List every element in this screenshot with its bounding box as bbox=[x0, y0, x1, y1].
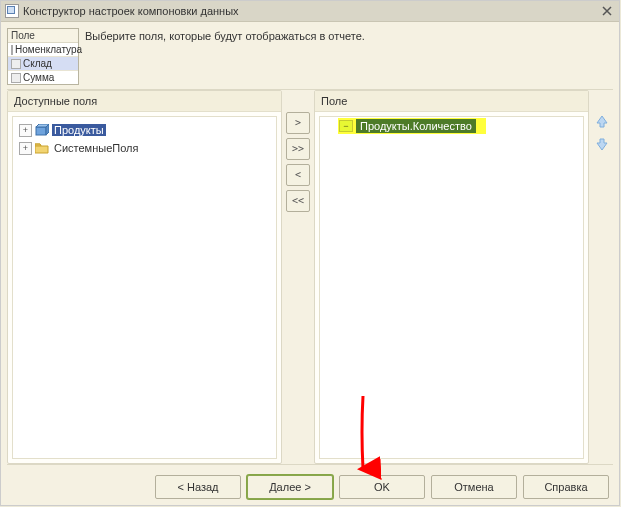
ok-button[interactable]: OK bbox=[339, 475, 425, 499]
arrow-down-icon bbox=[594, 137, 610, 153]
add-all-button-label: >> bbox=[292, 144, 304, 154]
available-fields-header: Доступные поля bbox=[8, 91, 281, 112]
selected-field-label: Продукты.Количество bbox=[356, 119, 476, 133]
dialog-window: Конструктор настроек компоновки данных П… bbox=[0, 0, 620, 506]
available-fields-panel: Доступные поля + Продукты + СистемныеПол… bbox=[7, 90, 282, 464]
transfer-buttons: > >> < << bbox=[284, 90, 312, 464]
row-icon bbox=[11, 45, 13, 55]
remove-all-button[interactable]: << bbox=[286, 190, 310, 212]
instruction-text: Выберите поля, которые будут отображатьс… bbox=[85, 28, 365, 42]
field-grid-row[interactable]: Сумма bbox=[8, 71, 78, 84]
remove-button[interactable]: < bbox=[286, 164, 310, 186]
row-label: Склад bbox=[23, 58, 52, 69]
reorder-buttons bbox=[591, 90, 613, 464]
row-icon bbox=[11, 73, 21, 83]
selected-fields-header: Поле bbox=[315, 91, 588, 112]
cancel-button-label: Отмена bbox=[454, 481, 493, 493]
selected-fields-panel: Поле − Продукты.Количество bbox=[314, 90, 589, 464]
field-type-icon: − bbox=[339, 120, 353, 132]
selected-field-row[interactable]: − Продукты.Количество bbox=[320, 117, 583, 135]
close-icon bbox=[602, 6, 612, 16]
remove-button-label: < bbox=[295, 170, 301, 180]
field-grid[interactable]: Поле Номенклатура Склад Сумма bbox=[7, 28, 79, 85]
tree-node[interactable]: + Продукты bbox=[15, 121, 274, 139]
expand-icon[interactable]: + bbox=[19, 142, 32, 155]
body: Доступные поля + Продукты + СистемныеПол… bbox=[1, 90, 619, 464]
row-label: Номенклатура bbox=[15, 44, 82, 55]
move-up-button[interactable] bbox=[593, 112, 611, 130]
row-label: Сумма bbox=[23, 72, 54, 83]
tree-node-label: СистемныеПоля bbox=[52, 142, 140, 154]
window-title: Конструктор настроек компоновки данных bbox=[23, 5, 599, 17]
add-button[interactable]: > bbox=[286, 112, 310, 134]
ok-button-label: OK bbox=[374, 481, 390, 493]
next-button-label: Далее > bbox=[269, 481, 311, 493]
app-icon bbox=[5, 4, 19, 18]
selected-fields-list[interactable]: − Продукты.Количество bbox=[319, 116, 584, 459]
row-icon bbox=[11, 59, 21, 69]
svg-rect-0 bbox=[36, 127, 46, 135]
arrow-up-icon bbox=[594, 113, 610, 129]
tree-node[interactable]: + СистемныеПоля bbox=[15, 139, 274, 157]
remove-all-button-label: << bbox=[292, 196, 304, 206]
add-button-label: > bbox=[295, 118, 301, 128]
close-button[interactable] bbox=[599, 3, 615, 19]
titlebar: Конструктор настроек компоновки данных bbox=[1, 1, 619, 22]
cube-icon bbox=[35, 124, 49, 136]
back-button-label: < Назад bbox=[178, 481, 219, 493]
tree-node-label: Продукты bbox=[52, 124, 106, 136]
add-all-button[interactable]: >> bbox=[286, 138, 310, 160]
next-button[interactable]: Далее > bbox=[247, 475, 333, 499]
cancel-button[interactable]: Отмена bbox=[431, 475, 517, 499]
help-button-label: Справка bbox=[544, 481, 587, 493]
expand-icon[interactable]: + bbox=[19, 124, 32, 137]
top-row: Поле Номенклатура Склад Сумма Выберите п… bbox=[1, 22, 619, 89]
help-button[interactable]: Справка bbox=[523, 475, 609, 499]
move-down-button[interactable] bbox=[593, 136, 611, 154]
field-grid-row[interactable]: Номенклатура bbox=[8, 43, 78, 57]
folder-icon bbox=[35, 142, 49, 154]
field-grid-header: Поле bbox=[8, 29, 78, 43]
footer: < Назад Далее > OK Отмена Справка bbox=[1, 465, 619, 506]
field-grid-row[interactable]: Склад bbox=[8, 57, 78, 71]
available-fields-tree[interactable]: + Продукты + СистемныеПоля bbox=[12, 116, 277, 459]
back-button[interactable]: < Назад bbox=[155, 475, 241, 499]
